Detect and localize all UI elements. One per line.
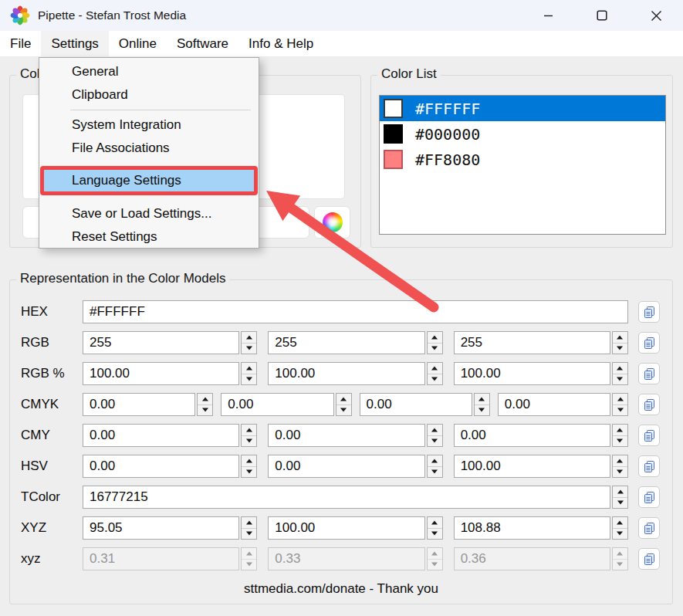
- spin-up-button[interactable]: [613, 332, 627, 344]
- copy-button[interactable]: [638, 455, 660, 477]
- model-cell: 0.00: [454, 424, 628, 447]
- value-input[interactable]: 0.00: [360, 393, 472, 416]
- menu-settings[interactable]: Settings: [41, 31, 108, 56]
- model-cell: 0.00: [360, 393, 490, 416]
- spin-down-button[interactable]: [336, 405, 351, 416]
- model-row-label: TColor: [21, 489, 83, 505]
- copy-button[interactable]: [638, 425, 660, 446]
- copy-button[interactable]: [638, 394, 660, 415]
- spin-up-button[interactable]: [242, 425, 256, 436]
- menu-info-help[interactable]: Info & Help: [238, 31, 323, 56]
- spin-down-button[interactable]: [242, 436, 256, 447]
- menu-item-reset-settings[interactable]: Reset Settings: [39, 225, 259, 249]
- spinner: [241, 547, 257, 570]
- value-input[interactable]: 100.00: [268, 516, 424, 540]
- spin-down-button[interactable]: [613, 344, 627, 354]
- spin-up-button[interactable]: [613, 394, 627, 405]
- spin-down-button[interactable]: [242, 529, 256, 540]
- color-wheel-button[interactable]: [314, 206, 350, 239]
- menu-item-language-settings[interactable]: Language Settings: [44, 170, 254, 191]
- value-input[interactable]: 100.00: [268, 362, 424, 385]
- value-input[interactable]: 108.88: [454, 516, 610, 540]
- copy-button[interactable]: [638, 548, 660, 570]
- maximize-button[interactable]: [575, 0, 629, 31]
- menu-file[interactable]: File: [0, 31, 41, 56]
- spin-up-button[interactable]: [336, 394, 351, 405]
- color-list-item[interactable]: #FF8080: [380, 147, 665, 172]
- color-list-item[interactable]: #FFFFFF: [380, 96, 665, 121]
- spin-up-button[interactable]: [198, 394, 212, 405]
- menu-item-general[interactable]: General: [39, 60, 259, 83]
- spin-down-button[interactable]: [613, 529, 627, 540]
- menu-item-save-or-load-settings[interactable]: Save or Load Settings...: [39, 202, 259, 225]
- spin-down-button[interactable]: [428, 467, 442, 478]
- spin-down-button[interactable]: [242, 467, 256, 478]
- value-input[interactable]: 255: [83, 331, 239, 354]
- value-input[interactable]: 100.00: [454, 455, 610, 478]
- spin-up-button[interactable]: [613, 517, 627, 529]
- spin-down-button[interactable]: [428, 344, 442, 354]
- model-cell: 0.00: [83, 455, 257, 478]
- spin-down-button[interactable]: [613, 405, 627, 416]
- minimize-button[interactable]: [521, 0, 575, 31]
- spin-down-button[interactable]: [613, 374, 627, 385]
- value-input[interactable]: 255: [268, 331, 424, 354]
- spinner: [427, 516, 443, 540]
- spin-up-button[interactable]: [242, 332, 256, 344]
- spin-up-button[interactable]: [613, 486, 627, 498]
- spin-up-button[interactable]: [428, 425, 442, 436]
- value-input: 0.31: [83, 547, 239, 570]
- copy-button[interactable]: [638, 332, 660, 354]
- copy-button[interactable]: [638, 486, 660, 508]
- spin-down-button[interactable]: [198, 405, 212, 416]
- spin-up-button[interactable]: [428, 332, 442, 344]
- value-input[interactable]: 0.00: [498, 393, 610, 416]
- copy-button[interactable]: [638, 363, 660, 384]
- spin-up-button[interactable]: [242, 517, 256, 529]
- spin-down-button[interactable]: [428, 436, 442, 447]
- spin-up-button[interactable]: [428, 517, 442, 529]
- spin-down-button[interactable]: [428, 529, 442, 540]
- value-input[interactable]: 0.00: [83, 455, 239, 478]
- copy-button[interactable]: [638, 517, 660, 539]
- donate-footer: sttmedia.com/donate - Thank you: [10, 581, 672, 597]
- value-input[interactable]: 0.00: [221, 393, 333, 416]
- spin-up-button[interactable]: [613, 455, 627, 467]
- value-input[interactable]: 255: [454, 331, 610, 354]
- spinner: [427, 331, 443, 354]
- copy-button[interactable]: [638, 301, 660, 323]
- spin-down-button[interactable]: [242, 374, 256, 385]
- spin-up-button[interactable]: [613, 363, 627, 374]
- menu-item-clipboard[interactable]: Clipboard: [39, 83, 259, 107]
- spin-up-button[interactable]: [428, 455, 442, 467]
- value-input[interactable]: #FFFFFF: [83, 300, 628, 323]
- spin-down-button[interactable]: [613, 436, 627, 447]
- value-input[interactable]: 16777215: [83, 486, 610, 509]
- menu-item-system-integration[interactable]: System Integration: [39, 113, 259, 137]
- spin-down-button[interactable]: [475, 405, 489, 416]
- menu-online[interactable]: Online: [109, 31, 167, 56]
- spin-up-button[interactable]: [475, 394, 489, 405]
- spin-up-button[interactable]: [242, 455, 256, 467]
- spin-up-button[interactable]: [242, 363, 256, 374]
- spin-up-button[interactable]: [613, 425, 627, 436]
- menu-item-file-associations[interactable]: File Associations: [39, 137, 259, 160]
- spin-down-button[interactable]: [428, 374, 442, 385]
- value-input[interactable]: 100.00: [83, 362, 239, 385]
- value-input[interactable]: 0.00: [268, 424, 424, 447]
- value-input[interactable]: 0.00: [83, 393, 195, 416]
- menu-software[interactable]: Software: [167, 31, 238, 56]
- value-input[interactable]: 100.00: [454, 362, 610, 385]
- close-button[interactable]: [629, 0, 683, 31]
- spin-down-button[interactable]: [613, 498, 627, 509]
- spin-down-button[interactable]: [242, 344, 256, 354]
- value-input[interactable]: 0.00: [454, 424, 610, 447]
- pipette-window: Pipette - Stefan Trost Media FileSetting…: [0, 0, 683, 616]
- color-list-item[interactable]: #000000: [380, 121, 665, 147]
- value-input[interactable]: 0.00: [268, 455, 424, 478]
- spin-down-button[interactable]: [613, 467, 627, 478]
- value-input[interactable]: 95.05: [83, 516, 239, 540]
- value-input[interactable]: 0.00: [83, 424, 239, 447]
- spin-up-button[interactable]: [428, 363, 442, 374]
- titlebar: Pipette - Stefan Trost Media: [0, 0, 683, 31]
